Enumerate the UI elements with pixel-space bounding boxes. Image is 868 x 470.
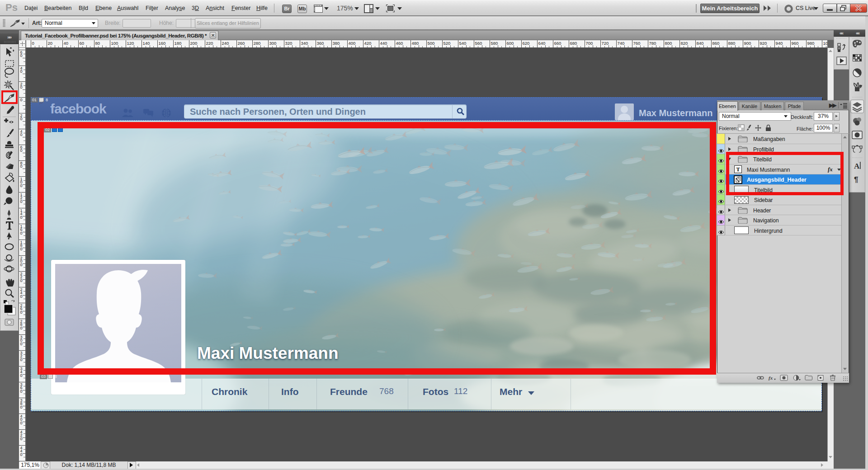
svg-text:¶: ¶ bbox=[854, 175, 858, 184]
svg-text:A: A bbox=[854, 162, 860, 170]
svg-text:fx: fx bbox=[769, 375, 773, 381]
